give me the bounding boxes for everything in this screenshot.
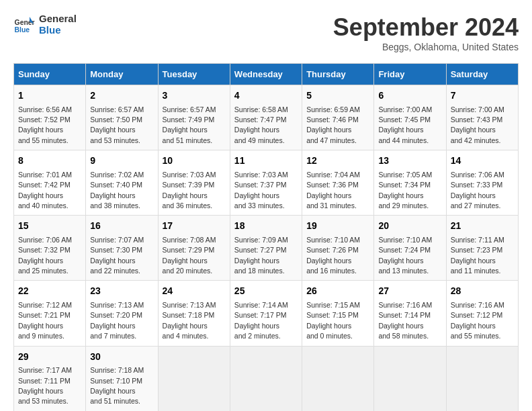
sunset-info: Sunset: 7:26 PM: [306, 246, 359, 254]
calendar-header-row: SundayMondayTuesdayWednesdayThursdayFrid…: [14, 64, 519, 85]
calendar-week-row: 22 Sunrise: 7:12 AM Sunset: 7:21 PM Dayl…: [14, 281, 519, 346]
sunset-info: Sunset: 7:37 PM: [234, 181, 287, 189]
day-number: 5: [306, 89, 369, 103]
daylight-detail: and 13 minutes.: [378, 267, 429, 275]
calendar-cell: 11 Sunrise: 7:03 AM Sunset: 7:37 PM Dayl…: [230, 150, 302, 216]
daylight-detail: and 44 minutes.: [378, 136, 429, 144]
calendar-cell: 20 Sunrise: 7:10 AM Sunset: 7:24 PM Dayl…: [374, 216, 446, 281]
calendar-cell: [446, 346, 518, 411]
sunset-info: Sunset: 7:40 PM: [90, 181, 142, 189]
daylight-label: Daylight hours: [378, 126, 423, 134]
sunset-info: Sunset: 7:23 PM: [451, 246, 503, 254]
sunset-info: Sunset: 7:10 PM: [90, 377, 142, 385]
sunrise-info: Sunrise: 7:06 AM: [18, 236, 72, 244]
daylight-label: Daylight hours: [90, 387, 135, 395]
calendar-cell: 8 Sunrise: 7:01 AM Sunset: 7:42 PM Dayli…: [14, 150, 86, 216]
daylight-label: Daylight hours: [378, 322, 423, 330]
title-area: September 2024 Beggs, Oklahoma, United S…: [333, 13, 519, 52]
logo-text-blue: Blue: [39, 25, 77, 36]
sunrise-info: Sunrise: 6:58 AM: [234, 105, 288, 113]
calendar-cell: [158, 346, 230, 411]
calendar-cell: 6 Sunrise: 7:00 AM Sunset: 7:45 PM Dayli…: [374, 85, 446, 150]
sunset-info: Sunset: 7:12 PM: [451, 311, 503, 319]
col-header-wednesday: Wednesday: [230, 64, 302, 85]
daylight-label: Daylight hours: [234, 257, 279, 265]
sunset-info: Sunset: 7:27 PM: [234, 246, 287, 254]
page-header: General Blue General Blue September 2024…: [13, 13, 519, 52]
sunrise-info: Sunrise: 7:04 AM: [306, 171, 360, 179]
page-title: September 2024: [333, 13, 519, 42]
daylight-label: Daylight hours: [18, 257, 63, 265]
calendar-cell: 23 Sunrise: 7:13 AM Sunset: 7:20 PM Dayl…: [86, 281, 158, 346]
daylight-label: Daylight hours: [306, 322, 351, 330]
daylight-detail: and 25 minutes.: [18, 267, 69, 275]
sunset-info: Sunset: 7:21 PM: [18, 311, 71, 319]
sunset-info: Sunset: 7:39 PM: [163, 181, 215, 189]
daylight-label: Daylight hours: [163, 191, 208, 199]
daylight-label: Daylight hours: [18, 126, 63, 134]
sunset-info: Sunset: 7:17 PM: [234, 311, 287, 319]
sunrise-info: Sunrise: 6:57 AM: [163, 105, 216, 113]
col-header-monday: Monday: [86, 64, 158, 85]
sunset-info: Sunset: 7:50 PM: [90, 116, 142, 124]
calendar-cell: 25 Sunrise: 7:14 AM Sunset: 7:17 PM Dayl…: [230, 281, 302, 346]
day-number: 28: [451, 285, 514, 298]
sunrise-info: Sunrise: 7:05 AM: [378, 171, 432, 179]
calendar-cell: 26 Sunrise: 7:15 AM Sunset: 7:15 PM Dayl…: [302, 281, 374, 346]
sunrise-info: Sunrise: 6:59 AM: [306, 105, 360, 113]
calendar-cell: 1 Sunrise: 6:56 AM Sunset: 7:52 PM Dayli…: [14, 85, 86, 150]
sunset-info: Sunset: 7:30 PM: [90, 246, 142, 254]
daylight-detail: and 16 minutes.: [306, 267, 357, 275]
calendar-cell: 19 Sunrise: 7:10 AM Sunset: 7:26 PM Dayl…: [302, 216, 374, 281]
sunrise-info: Sunrise: 7:10 AM: [378, 236, 432, 244]
daylight-detail: and 20 minutes.: [163, 267, 213, 275]
sunrise-info: Sunrise: 6:56 AM: [18, 105, 72, 113]
col-header-sunday: Sunday: [14, 64, 86, 85]
sunset-info: Sunset: 7:49 PM: [163, 116, 215, 124]
sunset-info: Sunset: 7:42 PM: [18, 181, 71, 189]
sunrise-info: Sunrise: 7:03 AM: [234, 171, 288, 179]
daylight-detail: and 55 minutes.: [18, 136, 69, 144]
calendar-cell: 21 Sunrise: 7:11 AM Sunset: 7:23 PM Dayl…: [446, 216, 518, 281]
day-number: 27: [378, 285, 441, 298]
calendar-cell: 17 Sunrise: 7:08 AM Sunset: 7:29 PM Dayl…: [158, 216, 230, 281]
daylight-label: Daylight hours: [234, 126, 279, 134]
sunset-info: Sunset: 7:20 PM: [90, 311, 142, 319]
sunrise-info: Sunrise: 6:57 AM: [90, 105, 144, 113]
sunset-info: Sunset: 7:24 PM: [378, 246, 431, 254]
calendar-week-row: 8 Sunrise: 7:01 AM Sunset: 7:42 PM Dayli…: [14, 150, 519, 216]
sunset-info: Sunset: 7:33 PM: [451, 181, 503, 189]
daylight-detail: and 27 minutes.: [451, 201, 501, 210]
daylight-label: Daylight hours: [451, 257, 496, 265]
day-number: 20: [378, 220, 441, 233]
daylight-detail: and 40 minutes.: [18, 201, 69, 210]
daylight-detail: and 22 minutes.: [90, 267, 140, 275]
calendar-cell: 30 Sunrise: 7:18 AM Sunset: 7:10 PM Dayl…: [86, 346, 158, 411]
sunset-info: Sunset: 7:43 PM: [451, 116, 503, 124]
daylight-label: Daylight hours: [306, 257, 351, 265]
daylight-detail: and 11 minutes.: [451, 267, 501, 275]
calendar-cell: 5 Sunrise: 6:59 AM Sunset: 7:46 PM Dayli…: [302, 85, 374, 150]
daylight-label: Daylight hours: [306, 191, 351, 199]
daylight-label: Daylight hours: [378, 257, 423, 265]
calendar-cell: 28 Sunrise: 7:16 AM Sunset: 7:12 PM Dayl…: [446, 281, 518, 346]
sunrise-info: Sunrise: 7:13 AM: [163, 301, 216, 309]
sunset-info: Sunset: 7:46 PM: [306, 116, 359, 124]
daylight-detail: and 51 minutes.: [90, 397, 140, 405]
day-number: 18: [234, 220, 298, 233]
day-number: 4: [234, 89, 298, 103]
calendar-week-row: 1 Sunrise: 6:56 AM Sunset: 7:52 PM Dayli…: [14, 85, 519, 150]
day-number: 30: [90, 351, 153, 364]
daylight-detail: and 33 minutes.: [234, 201, 285, 210]
sunset-info: Sunset: 7:52 PM: [18, 116, 71, 124]
col-header-thursday: Thursday: [302, 64, 374, 85]
calendar-cell: 9 Sunrise: 7:02 AM Sunset: 7:40 PM Dayli…: [86, 150, 158, 216]
daylight-detail: and 2 minutes.: [234, 332, 281, 340]
daylight-label: Daylight hours: [163, 126, 208, 134]
daylight-detail: and 9 minutes.: [18, 332, 64, 340]
sunset-info: Sunset: 7:36 PM: [306, 181, 359, 189]
daylight-detail: and 18 minutes.: [234, 267, 285, 275]
sunrise-info: Sunrise: 7:15 AM: [306, 301, 360, 309]
sunrise-info: Sunrise: 7:09 AM: [234, 236, 288, 244]
day-number: 24: [163, 285, 226, 298]
